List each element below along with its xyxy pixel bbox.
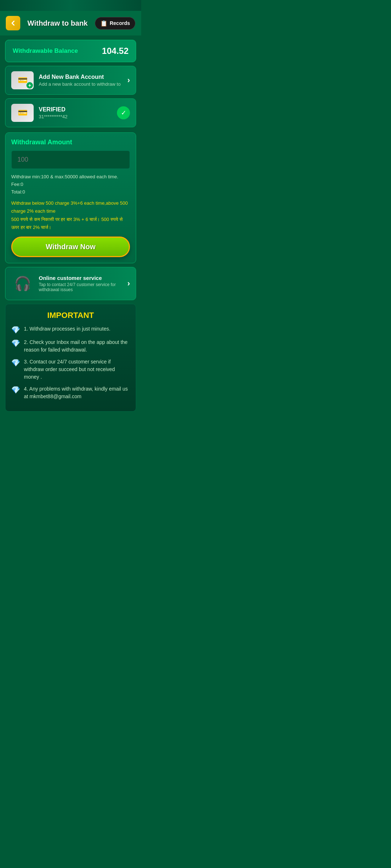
withdrawal-info: Withdraw min:100 & max:50000 allowed eac… [11,173,130,196]
add-badge: + [26,82,33,89]
top-bar [0,0,141,11]
withdraw-now-button[interactable]: Withdraw Now [11,237,130,257]
verified-bank-icon: 💳 [11,104,34,122]
important-icon-3: 💎 [11,358,20,367]
important-icon-4: 💎 [11,386,20,394]
important-text-1: 1. Withdraw processes in just minutes. [24,325,110,333]
withdrawal-amount-input[interactable] [11,150,130,169]
important-text-2: 2. Check your Inbox mail on the app abou… [24,339,130,354]
customer-service-subtitle: Tap to contact 24/7 customer service for… [39,282,122,292]
header: Withdraw to bank 📋 Records [0,11,141,35]
add-bank-info: Add New Bank Account Add a new bank acco… [39,74,122,87]
add-bank-subtitle: Add a new bank account to withdraw to [39,81,122,87]
page-title: Withdraw to bank [20,19,95,27]
withdrawal-section: Withdrawal Amount Withdraw min:100 & max… [5,132,136,263]
balance-value: 104.52 [102,46,129,56]
customer-service-info: Online customer service Tap to contact 2… [39,275,122,292]
records-icon: 📋 [100,20,108,27]
verified-account-number: 31**********42 [39,114,112,119]
verified-label: VERIFIED [39,106,112,113]
add-bank-card[interactable]: 💳 + Add New Bank Account Add a new bank … [5,66,136,95]
verified-bank-card[interactable]: 💳 VERIFIED 31**********42 ✓ [5,98,136,127]
important-title: IMPORTANT [11,311,130,320]
customer-service-title: Online customer service [39,275,122,281]
important-item-1: 💎 1. Withdraw processes in just minutes. [11,325,130,334]
customer-service-icon: 🎧 [11,272,34,295]
verified-check-icon: ✓ [117,106,130,119]
important-text-4: 4. Any problems with withdraw, kindly em… [24,385,130,400]
important-item-2: 💎 2. Check your Inbox mail on the app ab… [11,339,130,354]
important-section: IMPORTANT 💎 1. Withdraw processes in jus… [5,304,136,412]
back-button[interactable] [6,16,20,30]
bank-icon: 💳 + [11,71,34,89]
records-button[interactable]: 📋 Records [95,17,135,30]
important-icon-2: 💎 [11,339,20,348]
important-text-3: 3. Contact our 24/7 customer service if … [24,358,130,381]
records-label: Records [110,20,130,26]
balance-card: Withdrawable Balance 104.52 [5,40,136,62]
balance-label: Withdrawable Balance [13,47,78,55]
verified-bank-info: VERIFIED 31**********42 [39,106,112,119]
important-item-4: 💎 4. Any problems with withdraw, kindly … [11,385,130,400]
important-item-3: 💎 3. Contact our 24/7 customer service i… [11,358,130,381]
add-bank-arrow-icon: › [127,76,130,85]
customer-service-arrow-icon: › [127,279,130,288]
main-content: Withdrawable Balance 104.52 💳 + Add New … [0,35,141,416]
add-bank-title: Add New Bank Account [39,74,122,80]
withdrawal-section-title: Withdrawal Amount [11,139,130,146]
customer-service-card[interactable]: 🎧 Online customer service Tap to contact… [5,267,136,300]
withdrawal-warning: Withdraw below 500 charge 3%+6 each time… [11,199,130,231]
important-icon-1: 💎 [11,326,20,334]
